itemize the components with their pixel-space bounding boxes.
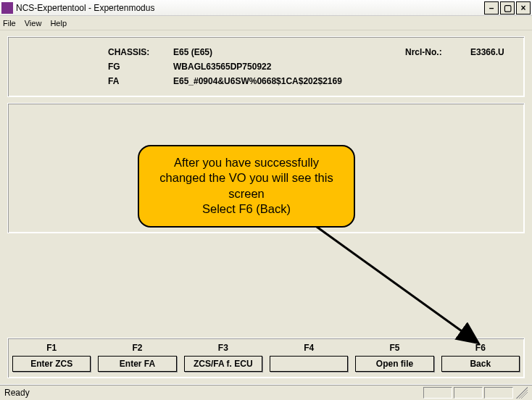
fkey-label: F3 [184,343,262,353]
f5-button[interactable]: Open file [355,356,433,372]
menu-bar: File View Help [0,16,532,30]
close-button[interactable]: × [516,1,531,14]
annotation-callout: After you have successfully changed the … [138,145,355,228]
status-cell [484,387,513,399]
fkey-label: F1 [12,343,91,353]
status-text: Ready [4,388,30,398]
fkey-label: F6 [441,343,520,353]
maximize-button[interactable]: ▢ [500,1,515,14]
menu-help[interactable]: Help [50,19,67,28]
fkey-label: F5 [355,343,433,353]
function-key-bar: F1 Enter ZCS F2 Enter FA F3 ZCS/FA f. EC… [7,338,525,378]
fa-label: FA [108,76,173,86]
fkey-label: F4 [270,343,348,353]
app-icon [1,2,13,14]
nrcl-value: E3366.U [470,47,532,57]
callout-line: After you have successfully [151,155,342,170]
fkey-label: F2 [98,343,176,353]
chassis-label: CHASSIS: [108,47,173,57]
f3-button[interactable]: ZCS/FA f. ECU [184,356,262,372]
f2-button[interactable]: Enter FA [98,356,176,372]
callout-line: screen [151,186,342,201]
f6-button[interactable]: Back [441,356,520,372]
f4-button[interactable] [270,356,348,372]
status-cell [423,387,452,399]
fg-label: FG [108,62,173,72]
minimize-button[interactable]: – [484,1,499,14]
callout-line: changed the VO you will see this [151,170,342,186]
menu-file[interactable]: File [3,19,16,28]
fg-value: WBAGL63565DP750922 [173,62,405,72]
nrcl-label: Nrcl-No.: [405,47,470,57]
chassis-value: E65 (E65) [173,47,405,57]
menu-view[interactable]: View [25,19,42,28]
resize-grip-icon[interactable] [516,387,528,399]
f1-button[interactable]: Enter ZCS [12,356,91,372]
window-title: NCS-Expertentool - Expertenmodus [16,3,483,13]
status-bar: Ready [0,384,532,400]
info-panel: CHASSIS: E65 (E65) Nrcl-No.: E3366.U FG … [7,36,525,97]
title-bar: NCS-Expertentool - Expertenmodus – ▢ × [0,0,532,16]
fa-value: E65_#0904&U6SW%0668$1CA$202$2169 [173,76,405,86]
callout-line: Select F6 (Back) [151,201,342,217]
status-cell [454,387,483,399]
